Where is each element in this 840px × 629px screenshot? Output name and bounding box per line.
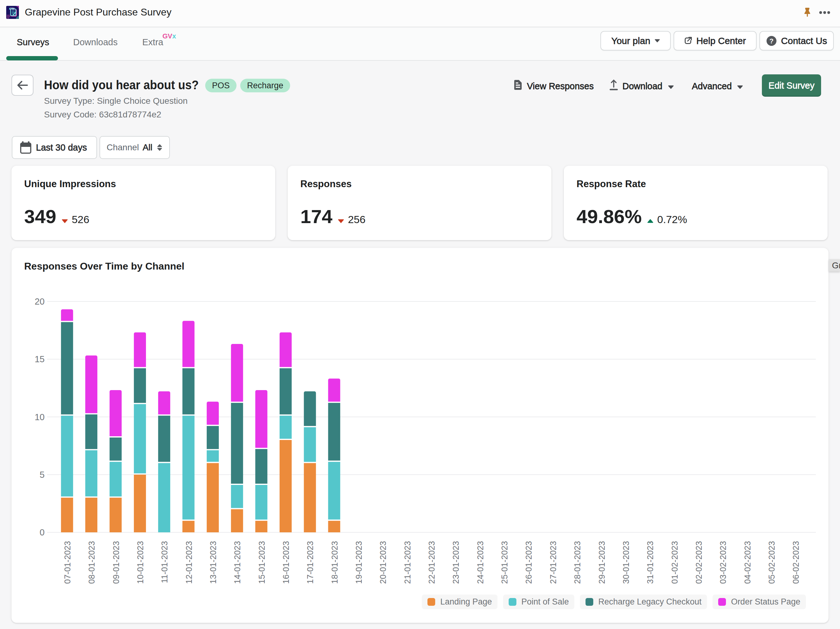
svg-text:24-01-2023: 24-01-2023 [476,541,485,584]
svg-text:?: ? [769,37,774,45]
svg-text:20-01-2023: 20-01-2023 [379,541,388,584]
svg-text:02-02-2023: 02-02-2023 [694,541,704,584]
svg-text:31-01-2023: 31-01-2023 [646,541,655,584]
svg-text:30-01-2023: 30-01-2023 [622,541,631,584]
svg-text:20: 20 [35,296,45,306]
svg-text:18-01-2023: 18-01-2023 [330,541,339,584]
svg-text:01-02-2023: 01-02-2023 [670,541,679,584]
svg-text:22-01-2023: 22-01-2023 [427,541,436,584]
svg-text:29-01-2023: 29-01-2023 [597,541,606,584]
svg-text:27-01-2023: 27-01-2023 [549,541,558,584]
svg-text:25-01-2023: 25-01-2023 [500,541,509,584]
svg-text:23-01-2023: 23-01-2023 [451,541,461,584]
svg-text:21-01-2023: 21-01-2023 [403,541,412,584]
svg-text:14-01-2023: 14-01-2023 [233,541,242,584]
svg-text:04-02-2023: 04-02-2023 [743,541,752,584]
svg-text:08-01-2023: 08-01-2023 [87,541,96,584]
svg-text:10: 10 [35,412,45,422]
svg-text:06-02-2023: 06-02-2023 [791,541,801,584]
svg-text:17-01-2023: 17-01-2023 [306,541,315,584]
svg-text:12-01-2023: 12-01-2023 [185,541,194,584]
svg-text:0: 0 [39,527,45,537]
svg-text:5: 5 [39,470,45,480]
svg-text:13-01-2023: 13-01-2023 [208,541,218,584]
svg-text:10-01-2023: 10-01-2023 [136,541,145,584]
svg-text:26-01-2023: 26-01-2023 [524,541,534,584]
svg-text:11-01-2023: 11-01-2023 [160,541,169,583]
svg-text:15: 15 [35,354,45,364]
svg-text:16-01-2023: 16-01-2023 [281,541,291,584]
svg-text:03-02-2023: 03-02-2023 [718,541,728,584]
svg-text:19-01-2023: 19-01-2023 [354,541,363,584]
svg-text:09-01-2023: 09-01-2023 [112,541,121,584]
svg-text:28-01-2023: 28-01-2023 [573,541,582,584]
svg-text:07-01-2023: 07-01-2023 [63,541,72,584]
svg-text:05-02-2023: 05-02-2023 [767,541,777,584]
svg-text:15-01-2023: 15-01-2023 [257,541,267,584]
